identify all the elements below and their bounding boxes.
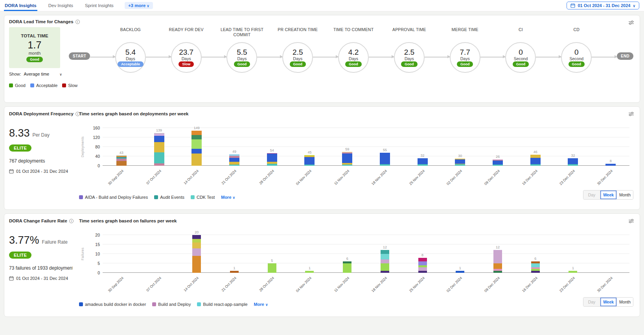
calendar-icon <box>9 169 14 174</box>
bar[interactable] <box>530 155 541 166</box>
bar-slot-11-nov-2024: 5911 Nov 2024 <box>328 128 366 166</box>
x-tick-label: 14 Oct 2024 <box>183 169 200 185</box>
bar[interactable] <box>342 152 352 166</box>
x-tick-label: 09 Dec 2024 <box>484 169 500 186</box>
bar[interactable] <box>493 159 503 166</box>
bar-segment <box>418 258 427 262</box>
total-time-heading: TOTAL TIME <box>21 33 48 38</box>
bar[interactable] <box>381 250 389 273</box>
bar-slot-25-nov-2024: 3225 Nov 2024 <box>404 128 442 166</box>
sliders-icon[interactable] <box>628 20 634 25</box>
y-axis-title: Failures <box>81 248 85 261</box>
legend-more-button[interactable]: More∨ <box>254 302 268 307</box>
bar[interactable] <box>380 153 390 166</box>
bar-segment <box>191 139 202 149</box>
stage-value: 2.5 <box>404 48 414 57</box>
legend-swatch <box>9 83 13 87</box>
bar[interactable] <box>418 258 427 273</box>
toggle-week[interactable]: Week <box>600 298 616 306</box>
date-range-picker[interactable]: 01 Oct 2024 - 31 Dec 2024 ∨ <box>567 2 639 9</box>
bar-segment <box>229 158 239 162</box>
sliders-icon[interactable] <box>628 218 634 224</box>
bar[interactable] <box>568 158 578 166</box>
bar[interactable] <box>343 261 351 273</box>
legend-label: Good <box>15 83 26 88</box>
stage-circle[interactable]: 0SecondGood <box>561 42 592 73</box>
bar[interactable] <box>267 153 277 166</box>
stage-circle[interactable]: 2.5DaysGood <box>282 42 313 73</box>
show-label: Show: <box>9 72 21 76</box>
y-tick-label: 5 <box>89 261 100 266</box>
legend-swatch <box>152 302 156 306</box>
panel-date-range: 01 Oct 2024 - 31 Dec 2024 <box>16 276 68 281</box>
legend-more-button[interactable]: More∨ <box>221 195 235 200</box>
stage-status-badge: Good <box>401 61 418 67</box>
info-icon[interactable] <box>75 20 80 24</box>
bar-segment <box>455 164 465 166</box>
legend-item-aida-build-and-deploy-failures: AIDA - Build and Deploy Failures <box>79 195 148 200</box>
bar-value-label: 46 <box>534 150 537 154</box>
stage-circle[interactable]: 7.7DaysGood <box>450 42 480 73</box>
x-tick-label: 30 Sep 2024 <box>107 169 124 186</box>
bar-segment <box>304 165 315 166</box>
bar[interactable] <box>418 158 428 166</box>
toggle-week[interactable]: Week <box>600 191 616 199</box>
sliders-icon[interactable] <box>628 111 634 117</box>
stage-label: READY FOR DEV <box>160 27 213 32</box>
tab-dev-insights[interactable]: Dev Insights <box>48 0 74 11</box>
toggle-day[interactable]: Day <box>583 191 600 199</box>
stage-circle[interactable]: 5.5DaysGood <box>226 42 257 73</box>
toggle-month[interactable]: Month <box>616 191 633 199</box>
tabs-more-button[interactable]: +3 more∨ <box>125 2 153 9</box>
bar-slot-30-dec-2024: 30 Dec 2024 <box>592 235 629 273</box>
stage-value: 0 <box>519 48 523 57</box>
bar[interactable] <box>569 271 577 273</box>
bar[interactable] <box>455 159 465 166</box>
bar[interactable] <box>268 263 276 273</box>
tab-dora-insights[interactable]: DORA Insights <box>4 0 37 11</box>
bar-segment <box>342 154 352 163</box>
bar-segment <box>418 267 427 271</box>
stage-circle[interactable]: 5.4DaysAcceptable <box>115 42 146 73</box>
x-tick-label: 02 Dec 2024 <box>446 169 463 186</box>
bar[interactable] <box>605 164 616 166</box>
toggle-month[interactable]: Month <box>616 298 633 306</box>
flow-arrow <box>425 57 450 57</box>
bar[interactable] <box>456 271 464 273</box>
total-time-card: TOTAL TIME 1.7 month Good <box>9 27 60 68</box>
bar[interactable] <box>192 235 201 273</box>
bar[interactable] <box>531 261 540 273</box>
flow-arrow <box>202 57 227 57</box>
bar[interactable] <box>229 154 239 166</box>
stage-circle[interactable]: 0SecondGood <box>505 42 536 73</box>
bar-segment <box>380 164 390 166</box>
bar[interactable] <box>493 250 502 273</box>
bar[interactable] <box>154 133 164 166</box>
bar-segment <box>343 263 351 273</box>
bar-segment <box>381 254 389 259</box>
info-icon[interactable] <box>69 219 74 223</box>
bar-segment <box>229 162 239 165</box>
bar[interactable] <box>305 271 314 273</box>
stage-circle[interactable]: 23.7DaysSlow <box>171 42 202 73</box>
bar[interactable] <box>116 155 127 166</box>
stage-circle[interactable]: 4.2DaysGood <box>338 42 369 73</box>
performance-badge: ELITE <box>9 252 31 259</box>
stage-circle[interactable]: 2.5DaysGood <box>394 42 425 73</box>
info-icon[interactable] <box>75 112 80 116</box>
x-tick-label: 14 Oct 2024 <box>183 276 200 292</box>
x-tick-label: 18 Nov 2024 <box>371 276 388 293</box>
bar-value-label: 149 <box>194 126 200 130</box>
bar[interactable] <box>191 131 202 166</box>
tab-sprint-insights[interactable]: Sprint Insights <box>84 0 114 11</box>
legend-item-audit-events: Audit Events <box>154 195 184 200</box>
bar-slot-02-dec-2024: 3002 Dec 2024 <box>441 128 479 166</box>
toggle-day[interactable]: Day <box>583 298 600 306</box>
bar[interactable] <box>230 271 239 273</box>
stage-value: 0 <box>574 48 579 57</box>
average-time-select[interactable]: Average time ∨ <box>24 72 62 76</box>
bar[interactable] <box>304 155 315 166</box>
stage-label: APPROVAL TIME <box>383 27 436 32</box>
bar-slot-30-sep-2024: 30 Sep 2024 <box>103 235 140 273</box>
legend-label: CDK Test <box>197 195 215 200</box>
